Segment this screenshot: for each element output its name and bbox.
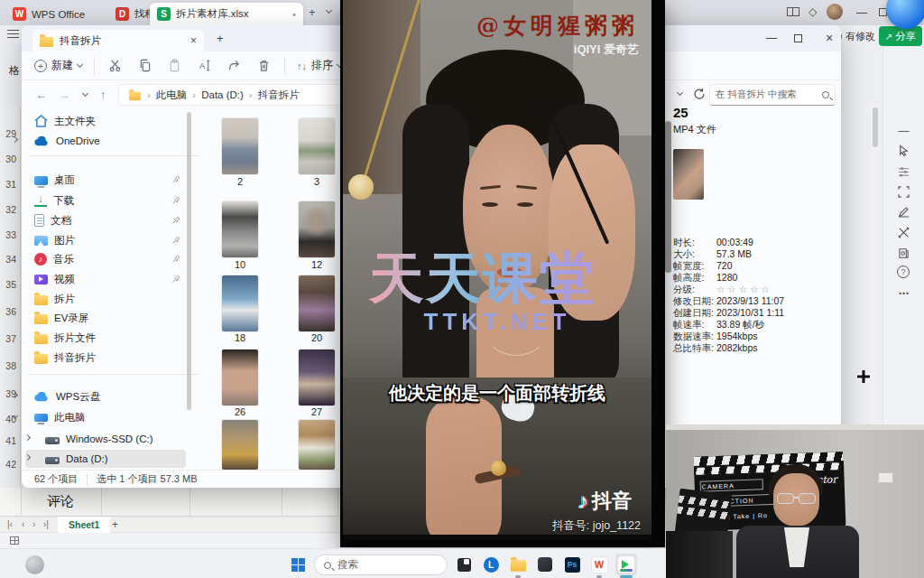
book-search-icon[interactable] (896, 246, 911, 261)
taskbar-iqiyi-active[interactable] (615, 554, 637, 575)
sidebar-item-music[interactable]: ♪音乐 (25, 250, 186, 268)
sidebar-item-douyin-chaipian[interactable]: 抖音拆片 (25, 349, 186, 367)
video-player[interactable]: @女明猩粥粥 iQIYI 爱奇艺 天天课堂 TTKT.NET 他决定的是一个面部… (340, 0, 665, 547)
share-icon[interactable] (226, 58, 242, 73)
sort-button[interactable]: ↑↓ 排序 (297, 58, 342, 73)
sheet-next-icon[interactable]: › (32, 519, 35, 529)
explorer-close-button[interactable]: × (818, 31, 841, 45)
sliders-icon[interactable] (896, 164, 911, 180)
taskbar-app-l[interactable]: L (480, 554, 502, 575)
explorer-search-input[interactable]: 在 抖音拆片 中搜索 (709, 84, 836, 106)
refresh-icon[interactable] (693, 88, 706, 103)
file-thumbnail[interactable] (299, 275, 335, 331)
sidebar-item-wps-cloud[interactable]: WPS云盘 (25, 387, 186, 406)
wps-minimize-button[interactable]: — (850, 6, 873, 19)
wps-share-button[interactable]: ↗ 分享 (879, 26, 922, 46)
pointer-icon[interactable] (896, 143, 911, 158)
sidebar-item-documents[interactable]: 文档 (25, 211, 186, 229)
start-button[interactable] (287, 554, 309, 575)
sidebar-item-drive-d[interactable]: Data (D:) (25, 450, 186, 468)
breadcrumb-folder[interactable]: 抖音拆片 (258, 89, 300, 102)
sheet-last-icon[interactable]: ›| (43, 519, 49, 529)
file-thumbnail[interactable] (299, 118, 335, 174)
task-view-button[interactable] (453, 554, 475, 575)
file-thumbnail[interactable] (222, 275, 258, 331)
explorer-new-tab-button[interactable]: + (217, 32, 224, 45)
file-label[interactable]: 3 (290, 176, 344, 187)
explorer-minimize-button[interactable]: — (760, 32, 783, 44)
wps-doc-tab-active[interactable]: S 拆片素材库.xlsx • (150, 3, 303, 25)
sidebar-item-downloads[interactable]: ↓下载 (25, 191, 186, 210)
file-thumbnail[interactable] (222, 420, 258, 470)
rename-icon[interactable]: A (197, 58, 212, 73)
wps-cube-icon[interactable]: ◇ (808, 5, 817, 18)
taskbar-search[interactable]: 搜索 (314, 555, 448, 575)
file-label[interactable]: 20 (290, 332, 344, 343)
copy-icon[interactable] (137, 58, 152, 73)
new-button[interactable]: + 新建 (34, 58, 82, 73)
sidebar-item-drive-c[interactable]: Windows-SSD (C:) (25, 430, 186, 448)
sheet-tab-sheet1[interactable]: Sheet1 (58, 517, 110, 533)
back-icon[interactable]: ← (36, 89, 47, 101)
sidebar-item-chaipian[interactable]: 拆片 (25, 290, 186, 308)
taskbar-weather-icon[interactable] (25, 555, 44, 574)
wps-avatar[interactable] (827, 4, 843, 20)
file-label[interactable]: 2 (213, 176, 267, 187)
breadcrumb-drive[interactable]: Data (D:) (201, 89, 244, 100)
expand-chevron-icon[interactable] (24, 434, 31, 441)
breadcrumb-this-pc[interactable]: 此电脑 (156, 89, 188, 102)
history-chevron-icon[interactable] (82, 90, 88, 97)
file-label[interactable]: 10 (213, 259, 267, 270)
explorer-tab[interactable]: 抖音拆片 × (32, 30, 204, 51)
taskbar-app-dark[interactable] (534, 554, 556, 575)
sidebar-item-chaipian-files[interactable]: 拆片文件 (25, 329, 186, 347)
preview-thumbnail[interactable] (673, 149, 704, 200)
sheet-grid-icon[interactable] (10, 536, 19, 545)
sidebar-scrollbar[interactable] (187, 112, 191, 410)
file-label[interactable]: 12 (290, 259, 344, 270)
file-label[interactable]: 27 (290, 406, 344, 417)
tools-icon[interactable] (896, 225, 911, 240)
file-label[interactable]: 18 (213, 332, 267, 343)
forward-icon[interactable]: → (60, 89, 70, 101)
taskbar-wps[interactable]: W (588, 554, 610, 575)
wps-tab-list-chevron-icon[interactable] (326, 7, 332, 14)
tab-close-icon[interactable]: × (190, 34, 197, 47)
rating-stars[interactable]: ☆ ☆ ☆ ☆ ☆ (716, 284, 770, 296)
cell-comment-text[interactable]: 评论 (47, 493, 74, 510)
sidebar-item-this-pc[interactable]: 此电脑 (25, 408, 186, 426)
taskbar-photoshop[interactable]: Ps (561, 554, 583, 575)
file-thumbnail[interactable] (222, 118, 258, 174)
wps-split-view-icon[interactable] (787, 7, 799, 16)
file-thumbnail[interactable] (299, 350, 335, 406)
sidebar-item-home[interactable]: 主文件夹 (25, 112, 186, 130)
address-chevron-icon[interactable] (677, 89, 683, 96)
sheet-first-icon[interactable]: |‹ (7, 519, 13, 529)
wps-new-tab-button[interactable]: + (309, 5, 316, 19)
sidebar-item-pictures[interactable]: 图片 (25, 231, 186, 249)
file-thumbnail[interactable] (299, 201, 335, 257)
wps-home-tab[interactable]: W WPS Office (5, 3, 92, 25)
help-icon[interactable]: ? (897, 266, 910, 278)
paste-icon[interactable] (167, 58, 182, 73)
cut-icon[interactable] (107, 58, 123, 73)
more-options-icon[interactable]: ⋯ (896, 285, 911, 301)
sheet-prev-icon[interactable]: ‹ (22, 519, 24, 529)
sidebar-item-desktop[interactable]: 桌面 (25, 171, 186, 189)
explorer-maximize-button[interactable] (794, 34, 802, 42)
signature-pen-icon[interactable] (896, 204, 911, 219)
file-list-scrollbar[interactable] (665, 121, 671, 273)
sidebar-item-ev[interactable]: EV录屏 (25, 309, 186, 327)
file-thumbnail[interactable] (299, 420, 335, 470)
webcam-overlay[interactable]: rector CAMERA PRODUCTION Scene | Take | … (666, 424, 924, 578)
collapse-dash-icon[interactable]: — (896, 123, 911, 138)
sidebar-item-onedrive[interactable]: OneDrive (25, 132, 186, 150)
up-icon[interactable]: ↑ (100, 89, 106, 101)
expand-chevron-icon[interactable] (24, 454, 31, 461)
add-sheet-button[interactable]: + (112, 518, 118, 531)
file-thumbnail[interactable] (222, 350, 258, 406)
file-label[interactable]: 26 (213, 406, 267, 417)
wps-menu-burger-icon[interactable] (7, 30, 19, 38)
file-thumbnail[interactable] (222, 201, 258, 257)
selection-frame-icon[interactable] (896, 184, 911, 200)
